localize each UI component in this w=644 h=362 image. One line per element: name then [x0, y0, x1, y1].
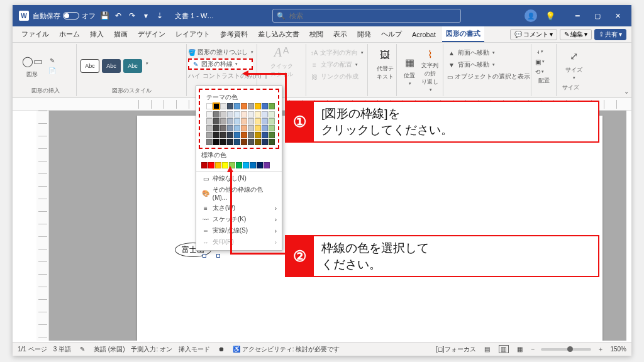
tab-insert[interactable]: 挿入 [86, 27, 108, 41]
zoom-in-button[interactable]: ＋ [597, 345, 604, 354]
color-swatch[interactable] [236, 162, 242, 168]
color-swatch[interactable] [213, 118, 219, 124]
style-preset-3[interactable]: Abc [123, 59, 142, 73]
tab-references[interactable]: 参考資料 [216, 27, 252, 41]
spellcheck-icon[interactable]: ✎ [77, 346, 87, 353]
color-swatch[interactable] [269, 139, 275, 145]
color-swatch[interactable] [227, 125, 233, 131]
send-backward-button[interactable]: ▼背面へ移動 [447, 59, 527, 70]
color-swatch[interactable] [269, 111, 275, 118]
tab-layout[interactable]: レイアウト [172, 27, 214, 41]
no-outline-item[interactable]: ▭枠線なし(N) [196, 173, 282, 184]
quick-style-button[interactable]: クイック スタイル [270, 62, 293, 79]
color-swatch[interactable] [248, 132, 254, 138]
zoom-out-button[interactable]: − [531, 346, 535, 353]
color-swatch[interactable] [213, 125, 219, 131]
color-swatch[interactable] [227, 132, 233, 138]
color-swatch[interactable] [213, 111, 219, 118]
text-wrap-button[interactable]: ⌇文字列の折 り返し [421, 52, 440, 89]
autosave-toggle[interactable]: 自動保存 オフ [33, 11, 96, 21]
print-layout-icon[interactable]: ▥ [499, 345, 509, 353]
color-swatch[interactable] [220, 103, 226, 109]
color-swatch[interactable] [206, 125, 213, 131]
color-swatch[interactable] [248, 118, 254, 124]
group-objects-button[interactable]: ▣ [535, 57, 544, 66]
shape-outline-button[interactable]: ✎図形の枠線 [188, 58, 253, 70]
sketch-item[interactable]: 〰スケッチ(K)› [196, 214, 282, 225]
color-swatch[interactable] [220, 111, 226, 118]
color-swatch[interactable] [234, 132, 240, 138]
text-box-icon[interactable]: 📄 [48, 67, 57, 75]
color-swatch[interactable] [213, 132, 219, 138]
color-swatch[interactable] [227, 139, 233, 145]
text-align-button[interactable]: ≡文字の配置 [310, 59, 364, 70]
edit-mode-button[interactable]: ✎ 編集 ▾ [560, 29, 592, 40]
vertical-ruler[interactable] [36, 111, 49, 341]
create-link-button[interactable]: ⛓リンクの作成 [310, 71, 364, 82]
tab-shape-format[interactable]: 図形の書式 [442, 26, 484, 42]
size-button[interactable]: ⤢ サイズ [560, 45, 587, 83]
color-swatch[interactable] [262, 118, 268, 124]
color-swatch[interactable] [243, 162, 249, 168]
color-swatch[interactable] [201, 162, 208, 168]
color-swatch[interactable] [234, 103, 240, 109]
color-swatch[interactable] [241, 132, 247, 138]
color-swatch[interactable] [250, 162, 256, 168]
tab-draw[interactable]: 描画 [110, 27, 131, 41]
weight-item[interactable]: ≡太さ(W)› [196, 202, 282, 214]
color-swatch[interactable] [269, 125, 275, 131]
color-swatch[interactable] [220, 118, 226, 124]
color-swatch[interactable] [241, 118, 247, 124]
color-swatch[interactable] [248, 125, 254, 131]
save-icon[interactable]: 💾 [99, 11, 109, 21]
selection-pane-button[interactable]: ▭オブジェクトの選択と表示 [447, 71, 527, 82]
dashes-item[interactable]: ┅実線/点線(S)› [196, 225, 282, 236]
macro-icon[interactable]: ⏺ [216, 346, 226, 353]
color-swatch[interactable] [262, 125, 268, 131]
qat-more-icon[interactable]: ⇣ [155, 11, 165, 21]
collapse-ribbon-button[interactable]: ⌄ [624, 88, 629, 95]
web-layout-icon[interactable]: ▦ [515, 346, 525, 353]
status-mode[interactable]: 挿入モード [179, 345, 210, 354]
color-swatch[interactable] [227, 118, 233, 124]
undo-icon[interactable]: ↶ [113, 11, 123, 21]
position-button[interactable]: ▦位置 [401, 52, 419, 89]
text-direction-button[interactable]: ↕A文字列の方向 [310, 47, 364, 58]
color-swatch[interactable] [220, 139, 226, 145]
color-swatch[interactable] [255, 111, 261, 118]
color-swatch[interactable] [262, 132, 268, 138]
document-area[interactable]: 富士山 [49, 111, 626, 341]
color-swatch[interactable] [206, 118, 213, 124]
color-swatch[interactable] [227, 111, 233, 118]
tab-file[interactable]: ファイル [18, 27, 53, 41]
tab-home[interactable]: ホーム [55, 27, 84, 41]
color-swatch[interactable] [248, 103, 254, 109]
color-swatch[interactable] [208, 162, 214, 168]
tab-acrobat[interactable]: Acrobat [408, 28, 440, 41]
status-page[interactable]: 1/1 ページ [18, 345, 47, 354]
tab-developer[interactable]: 開発 [353, 27, 375, 41]
shape-fill-button[interactable]: 🪣図形の塗りつぶし [188, 47, 253, 58]
color-swatch[interactable] [264, 162, 270, 168]
style-gallery-more[interactable] [145, 59, 148, 73]
color-swatch[interactable] [255, 139, 261, 145]
color-swatch[interactable] [255, 103, 261, 109]
tab-help[interactable]: ヘルプ [377, 27, 406, 41]
color-swatch[interactable] [241, 103, 247, 109]
color-swatch[interactable] [257, 162, 263, 168]
color-swatch[interactable] [255, 125, 261, 131]
color-swatch[interactable] [206, 139, 213, 145]
color-swatch[interactable] [241, 111, 247, 118]
search-box[interactable]: 🔍 [272, 9, 461, 23]
tab-review[interactable]: 校閲 [306, 27, 327, 41]
color-swatch[interactable] [206, 132, 213, 138]
color-swatch[interactable] [262, 103, 268, 109]
zoom-level[interactable]: 150% [610, 346, 626, 353]
edit-shape-icon[interactable]: ✎ [48, 57, 57, 65]
bring-forward-button[interactable]: ▲前面へ移動 [447, 47, 527, 58]
color-swatch[interactable] [262, 111, 268, 118]
status-words[interactable]: 3 単語 [53, 345, 71, 354]
search-input[interactable] [289, 12, 457, 19]
redo-icon[interactable]: ↷ [127, 11, 137, 21]
rotate-button[interactable]: ⟲ [535, 67, 544, 76]
